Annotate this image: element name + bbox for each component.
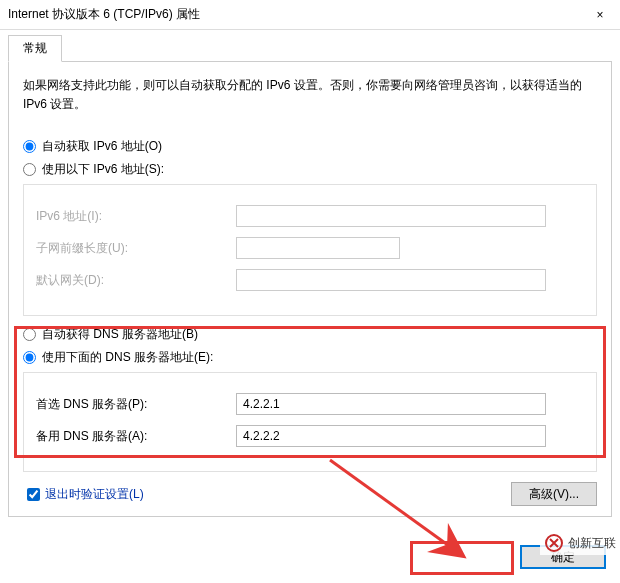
ip-prefix-input [236, 237, 400, 259]
ip-fields-group: IPv6 地址(I): 子网前缀长度(U): 默认网关(D): [23, 184, 597, 316]
description-text: 如果网络支持此功能，则可以自动获取分配的 IPv6 设置。否则，你需要向网络管理… [23, 76, 597, 114]
ip-address-input [236, 205, 546, 227]
close-icon: × [596, 8, 603, 22]
watermark-logo-icon [544, 533, 564, 553]
dns-preferred-label: 首选 DNS 服务器(P): [36, 396, 236, 413]
ip-auto-label: 自动获取 IPv6 地址(O) [42, 138, 162, 155]
ip-manual-radio[interactable] [23, 163, 36, 176]
dialog-content: 常规 如果网络支持此功能，则可以自动获取分配的 IPv6 设置。否则，你需要向网… [0, 34, 620, 517]
bottom-row: 退出时验证设置(L) 高级(V)... [23, 482, 597, 506]
advanced-button[interactable]: 高级(V)... [511, 482, 597, 506]
exit-validate-row[interactable]: 退出时验证设置(L) [23, 485, 144, 504]
ip-address-label: IPv6 地址(I): [36, 208, 236, 225]
annotation-highlight-ok [410, 541, 514, 575]
dns-auto-row[interactable]: 自动获得 DNS 服务器地址(B) [23, 326, 597, 343]
tab-strip: 常规 [8, 34, 612, 61]
ip-address-field: IPv6 地址(I): [36, 205, 584, 227]
ip-auto-radio[interactable] [23, 140, 36, 153]
watermark: 创新互联 [540, 531, 620, 555]
dns-manual-label: 使用下面的 DNS 服务器地址(E): [42, 349, 213, 366]
ip-gateway-input [236, 269, 546, 291]
ip-manual-row[interactable]: 使用以下 IPv6 地址(S): [23, 161, 597, 178]
dns-manual-radio[interactable] [23, 351, 36, 364]
dns-alternate-field: 备用 DNS 服务器(A): [36, 425, 584, 447]
ip-prefix-label: 子网前缀长度(U): [36, 240, 236, 257]
dns-preferred-field: 首选 DNS 服务器(P): [36, 393, 584, 415]
ip-gateway-field: 默认网关(D): [36, 269, 584, 291]
dns-alternate-label: 备用 DNS 服务器(A): [36, 428, 236, 445]
dns-manual-row[interactable]: 使用下面的 DNS 服务器地址(E): [23, 349, 597, 366]
ip-gateway-label: 默认网关(D): [36, 272, 236, 289]
ip-auto-row[interactable]: 自动获取 IPv6 地址(O) [23, 138, 597, 155]
dns-alternate-input[interactable] [236, 425, 546, 447]
ip-prefix-field: 子网前缀长度(U): [36, 237, 584, 259]
window-title: Internet 协议版本 6 (TCP/IPv6) 属性 [8, 6, 580, 23]
ip-manual-label: 使用以下 IPv6 地址(S): [42, 161, 164, 178]
dns-preferred-input[interactable] [236, 393, 546, 415]
tab-body: 如果网络支持此功能，则可以自动获取分配的 IPv6 设置。否则，你需要向网络管理… [8, 61, 612, 517]
exit-validate-checkbox[interactable] [27, 488, 40, 501]
tab-general[interactable]: 常规 [8, 35, 62, 62]
exit-validate-label: 退出时验证设置(L) [45, 486, 144, 503]
dns-auto-label: 自动获得 DNS 服务器地址(B) [42, 326, 198, 343]
dns-fields-group: 首选 DNS 服务器(P): 备用 DNS 服务器(A): [23, 372, 597, 472]
dns-auto-radio[interactable] [23, 328, 36, 341]
titlebar: Internet 协议版本 6 (TCP/IPv6) 属性 × [0, 0, 620, 30]
watermark-text: 创新互联 [568, 535, 616, 552]
close-button[interactable]: × [580, 0, 620, 30]
